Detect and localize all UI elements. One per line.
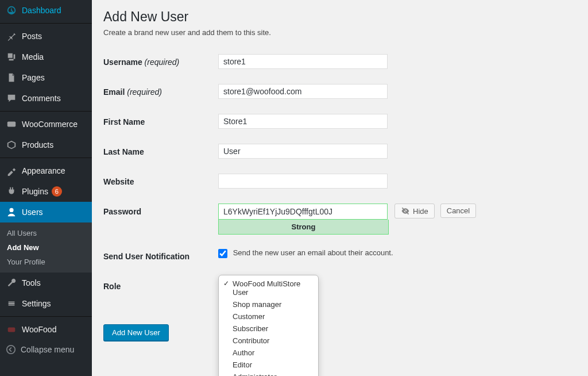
website-label: Website — [103, 167, 218, 197]
woocommerce-icon — [6, 118, 17, 130]
main-content: Add New User Create a brand new user and… — [92, 0, 588, 376]
plugins-update-badge: 6 — [52, 186, 62, 197]
sidebar-item-posts[interactable]: Posts — [0, 26, 92, 47]
sidebar-label: Pages — [22, 73, 45, 82]
sidebar-label: Users — [22, 208, 43, 217]
sidebar-subitem-add-new[interactable]: Add New — [0, 240, 92, 255]
pin-icon — [6, 30, 17, 42]
sidebar-item-plugins[interactable]: Plugins 6 — [0, 181, 92, 202]
sidebar-label: Plugins — [22, 187, 48, 196]
sidebar-item-woofood[interactable]: WooFood — [0, 319, 92, 340]
settings-icon — [6, 298, 17, 309]
hide-icon — [401, 206, 410, 216]
page-subtitle: Create a brand new user and add them to … — [103, 28, 577, 37]
role-option[interactable]: Shop manager — [219, 298, 318, 310]
firstname-input[interactable] — [218, 114, 388, 129]
woofood-icon — [6, 324, 17, 335]
sidebar-item-appearance[interactable]: Appearance — [0, 160, 92, 181]
dashboard-icon — [6, 5, 17, 16]
password-input[interactable] — [218, 204, 388, 220]
add-user-form: Username (required) Email (required) Fir… — [103, 47, 577, 301]
sidebar-item-woocommerce[interactable]: WooCommerce — [0, 114, 92, 135]
sidebar-item-pages[interactable]: Pages — [0, 67, 92, 88]
sidebar-subitem-all-users[interactable]: All Users — [0, 226, 92, 240]
sidebar-users-submenu: All Users Add New Your Profile — [0, 222, 92, 273]
sidebar-item-media[interactable]: Media — [0, 47, 92, 67]
sidebar-item-settings[interactable]: Settings — [0, 293, 92, 314]
role-label: Role — [103, 271, 218, 301]
sidebar-label: WooFood — [22, 325, 56, 334]
role-option[interactable]: Editor — [219, 359, 318, 371]
sidebar-label: Settings — [22, 299, 51, 308]
sidebar-label: Tools — [22, 278, 41, 287]
sidebar-item-dashboard[interactable]: Dashboard — [0, 0, 92, 21]
notify-description: Send the new user an email about their a… — [233, 248, 393, 257]
lastname-label: Last Name — [103, 137, 218, 167]
username-input[interactable] — [218, 54, 388, 69]
collapse-icon — [6, 344, 16, 355]
sidebar-subitem-your-profile[interactable]: Your Profile — [0, 255, 92, 269]
role-option[interactable]: WooFood MultiStore User — [219, 278, 318, 298]
svg-rect-1 — [8, 327, 16, 332]
sidebar-label: Appearance — [22, 166, 65, 175]
media-icon — [6, 51, 17, 63]
svg-point-2 — [7, 346, 15, 354]
sidebar-item-tools[interactable]: Tools — [0, 273, 92, 293]
sidebar-item-users[interactable]: Users — [0, 202, 92, 222]
email-input[interactable] — [218, 84, 388, 99]
password-label: Password — [103, 197, 218, 241]
cancel-password-button[interactable]: Cancel — [440, 204, 476, 218]
role-option[interactable]: Subscriber — [219, 323, 318, 335]
lastname-input[interactable] — [218, 144, 388, 159]
password-strength-meter: Strong — [218, 220, 389, 235]
notify-checkbox[interactable] — [218, 249, 227, 258]
role-dropdown[interactable]: WooFood MultiStore UserShop managerCusto… — [218, 275, 319, 376]
role-option[interactable]: Administrator — [219, 371, 318, 376]
admin-sidebar: Dashboard Posts Media Pages Comments Woo… — [0, 0, 92, 376]
sidebar-label: Products — [22, 140, 53, 149]
notify-label: Send User Notification — [103, 241, 218, 271]
sidebar-label: WooCommerce — [22, 120, 78, 129]
comments-icon — [6, 93, 17, 104]
sidebar-label: Posts — [22, 32, 42, 41]
email-label: Email (required) — [103, 77, 218, 107]
sidebar-item-products[interactable]: Products — [0, 135, 92, 155]
sidebar-item-comments[interactable]: Comments — [0, 88, 92, 109]
hide-password-button[interactable]: Hide — [394, 204, 435, 218]
pages-icon — [6, 72, 17, 83]
users-icon — [6, 206, 17, 218]
plugins-icon — [6, 186, 17, 197]
role-option[interactable]: Author — [219, 347, 318, 359]
svg-rect-0 — [7, 122, 16, 127]
sidebar-label: Comments — [22, 94, 61, 103]
tools-icon — [6, 277, 17, 289]
products-icon — [6, 139, 17, 151]
collapse-label: Collapse menu — [21, 345, 74, 354]
appearance-icon — [6, 165, 17, 177]
sidebar-label: Dashboard — [22, 6, 61, 15]
website-input[interactable] — [218, 174, 388, 189]
firstname-label: First Name — [103, 107, 218, 137]
sidebar-collapse-button[interactable]: Collapse menu — [0, 340, 92, 359]
page-title: Add New User — [103, 9, 577, 25]
submit-add-user-button[interactable]: Add New User — [103, 324, 169, 341]
sidebar-label: Media — [22, 52, 44, 62]
username-label: Username (required) — [103, 47, 218, 77]
role-option[interactable]: Contributor — [219, 335, 318, 347]
role-option[interactable]: Customer — [219, 310, 318, 323]
